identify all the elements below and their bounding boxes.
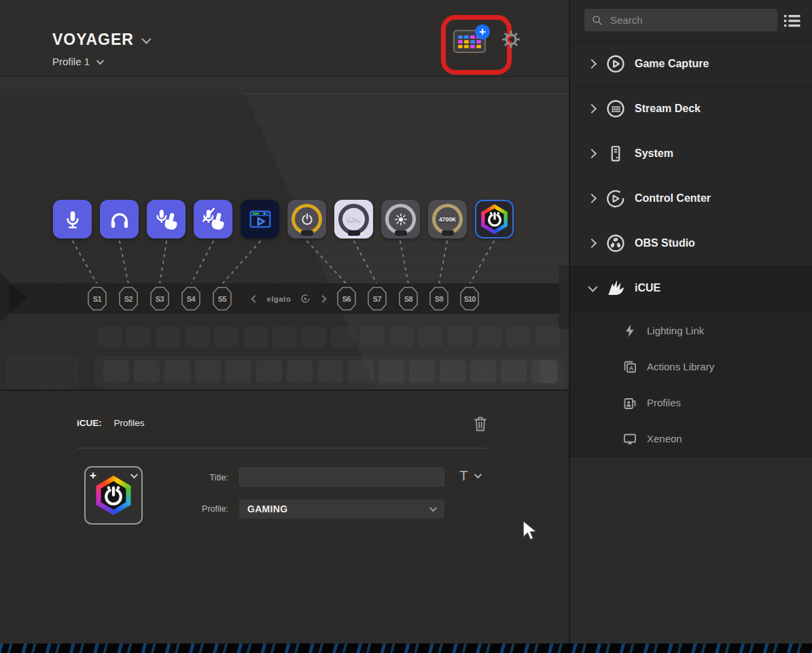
actions-library-icon: A (621, 358, 639, 376)
skey-s10[interactable]: S10 (459, 286, 480, 311)
sidebar-item-game-capture[interactable]: Game Capture (570, 41, 812, 87)
text-style-t: T (459, 467, 468, 484)
inspector-divider (77, 448, 487, 448)
stream-deck-app: VOYAGER Profile 1 + (0, 0, 812, 653)
title-style-dropdown[interactable]: T (459, 467, 480, 484)
brightness-dial-action[interactable] (381, 200, 420, 239)
device-selector[interactable]: VOYAGER (52, 31, 149, 49)
skey-s9[interactable]: S9 (429, 286, 449, 311)
faded-key-case (95, 356, 564, 389)
chevron-down-icon (474, 471, 482, 478)
chevron-down-icon (141, 34, 151, 43)
action-name: Profiles (114, 418, 145, 428)
plugin-name: iCUE: (77, 418, 102, 428)
faded-key-row (97, 327, 560, 347)
sidebar-item-xeneon[interactable]: Xeneon (570, 421, 812, 457)
volume-dial-action[interactable]: 50% (334, 200, 373, 239)
sidebar-item-stream-deck[interactable]: Stream Deck (570, 86, 812, 132)
profile-dropdown[interactable]: GAMING (239, 499, 444, 518)
chevron-right-icon (587, 149, 597, 158)
icue-logo-icon (94, 476, 133, 515)
profile-dropdown-value: GAMING (239, 504, 287, 514)
sidebar-item-lighting-link[interactable]: Lighting Link (570, 313, 812, 349)
action-icon-editor[interactable]: + (84, 466, 143, 525)
title-field-label: Title: (160, 472, 228, 482)
skey-s4[interactable]: S4 (181, 286, 201, 311)
stream-deck-icon (605, 99, 626, 119)
mute-headphones-action[interactable] (100, 200, 139, 239)
chevron-right-icon (587, 59, 597, 69)
actions-sidebar: Game Capture Stream Deck (569, 0, 812, 653)
strip-right-shade (559, 265, 569, 330)
chevron-right-icon[interactable] (319, 295, 327, 302)
system-icon (605, 143, 626, 164)
push-to-talk-action[interactable] (147, 200, 186, 239)
skey-s7[interactable]: S7 (367, 286, 387, 311)
header-divider (0, 76, 569, 94)
key-actions-row: 50% 4700K (53, 200, 514, 239)
svg-text:A: A (629, 365, 634, 372)
chevron-down-icon (96, 56, 104, 64)
chevron-right-icon (587, 104, 597, 113)
device-name: VOYAGER (52, 31, 134, 49)
microphone-icon (62, 209, 84, 230)
game-capture-icon (605, 54, 626, 74)
control-center-icon (605, 188, 626, 209)
icue-action-selected[interactable] (475, 200, 514, 239)
media-window-icon (247, 207, 273, 232)
color-temp-value: 4700K (439, 216, 456, 223)
chevron-right-icon (587, 194, 597, 203)
dial-value: 50% (347, 215, 360, 223)
smart-keys-strip: S1 S2 S3 S4 S5 elgato (9, 283, 559, 314)
settings-button[interactable] (501, 29, 521, 50)
icue-logo-icon (480, 205, 510, 234)
chevron-right-icon (587, 239, 597, 248)
sidebar-item-obs-studio[interactable]: OBS Studio (570, 221, 812, 266)
faded-keyboard-left (5, 355, 79, 389)
inspector-header: iCUE: Profiles (77, 418, 145, 428)
push-to-mute-icon (201, 207, 226, 232)
corsair-sails-icon (605, 278, 626, 298)
add-keyboard-button[interactable]: + (452, 27, 489, 53)
sidebar-item-system[interactable]: System (570, 131, 812, 177)
sidebar-item-icue[interactable]: iCUE (570, 266, 812, 311)
skey-s8[interactable]: S8 (398, 286, 419, 311)
skey-s2[interactable]: S2 (118, 286, 139, 311)
elgato-wordmark: elgato (267, 295, 291, 303)
title-input[interactable] (239, 467, 444, 487)
profiles-icon (621, 394, 639, 412)
search-box[interactable] (584, 9, 777, 31)
sidebar-item-profiles[interactable]: Profiles (570, 385, 812, 421)
sidebar-item-control-center[interactable]: Control Center (570, 176, 812, 222)
headphones-icon (108, 208, 131, 231)
skey-s1[interactable]: S1 (87, 286, 107, 311)
elgato-brand: elgato (248, 283, 330, 314)
list-view-button[interactable] (783, 13, 802, 29)
chevron-left-icon[interactable] (251, 295, 258, 302)
action-inspector-panel: iCUE: Profiles + (0, 389, 569, 645)
push-to-talk-icon (154, 207, 179, 232)
push-to-mute-action[interactable] (194, 200, 232, 239)
media-player-action[interactable] (241, 200, 279, 239)
sidebar-search-row (570, 0, 812, 41)
lightning-icon (621, 322, 639, 340)
power-dial-action[interactable] (287, 200, 326, 239)
skey-s3[interactable]: S3 (149, 286, 170, 311)
list-view-icon (783, 13, 802, 29)
sidebar-empty-area (570, 457, 812, 643)
icue-subgroup: Lighting Link A Actions Library (570, 311, 812, 457)
delete-action-button[interactable] (472, 414, 489, 434)
obs-studio-icon (605, 233, 626, 253)
search-icon (591, 14, 603, 27)
trash-icon (472, 414, 489, 434)
page-left-arrow[interactable] (0, 273, 27, 322)
profile-selector[interactable]: Profile 1 (52, 56, 102, 67)
desk-surface-strip (0, 643, 812, 653)
skey-s5[interactable]: S5 (212, 286, 232, 311)
xeneon-monitor-icon (621, 430, 639, 448)
skey-s6[interactable]: S6 (336, 286, 357, 311)
search-input[interactable] (609, 14, 761, 27)
sidebar-item-actions-library[interactable]: A Actions Library (570, 349, 812, 385)
mute-microphone-action[interactable] (53, 200, 92, 239)
color-temperature-dial-action[interactable]: 4700K (428, 200, 467, 239)
